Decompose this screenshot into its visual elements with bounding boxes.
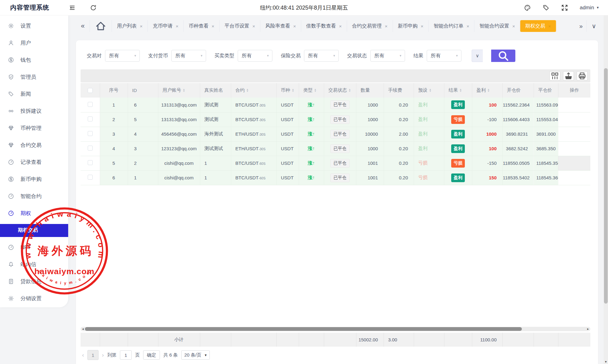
sort-icon[interactable]: ▲▼ xyxy=(183,89,185,92)
sort-icon[interactable]: ▲▼ xyxy=(246,89,249,92)
sort-icon[interactable]: ▲▼ xyxy=(349,89,351,92)
tab-close-icon[interactable]: × xyxy=(339,24,342,29)
goto-page-input[interactable] xyxy=(120,350,132,360)
tag-icon[interactable] xyxy=(543,4,549,11)
more-filters-chevron-icon[interactable]: ∨ xyxy=(472,50,483,62)
column-header-account[interactable]: 用户账号▲▼ xyxy=(158,83,200,98)
sidebar-item[interactable]: 币种管理 xyxy=(0,120,68,137)
cell-type: 涨↑ xyxy=(299,141,324,156)
horizontal-scrollbar-thumb[interactable] xyxy=(85,327,522,331)
sidebar-item[interactable]: 贷款信息 xyxy=(0,273,68,290)
sidebar-subitem-option-trade[interactable]: 期权交易 xyxy=(0,222,68,239)
sidebar-item[interactable]: 新币申购 xyxy=(0,171,68,188)
sort-icon[interactable]: ▲▼ xyxy=(314,89,317,92)
select-all-checkbox[interactable] xyxy=(88,88,93,93)
tab-item[interactable]: 充币申请× xyxy=(148,20,184,32)
print-button[interactable] xyxy=(577,71,588,81)
scroll-left-arrow-icon[interactable]: ◄ xyxy=(82,327,84,331)
filter-select[interactable]: 所有▼ xyxy=(171,50,206,62)
page-number-button[interactable]: 1 xyxy=(87,350,99,360)
sidebar-item[interactable]: 记录查看 xyxy=(0,154,68,171)
column-header-result[interactable]: 结果▲▼ xyxy=(444,83,472,98)
row-checkbox[interactable] xyxy=(88,175,93,180)
column-header-status[interactable]: 交易状态▲▼ xyxy=(324,83,356,98)
tab-close-icon[interactable]: × xyxy=(253,24,255,29)
tab-close-icon[interactable]: × xyxy=(548,24,551,29)
confirm-button[interactable]: 确定 xyxy=(143,350,160,360)
tab-item[interactable]: 风险率查看× xyxy=(260,20,301,32)
theme-palette-icon[interactable] xyxy=(524,4,531,11)
sidebar-item[interactable]: 期权 xyxy=(0,205,68,222)
tab-close-icon[interactable]: × xyxy=(421,24,424,29)
fullscreen-icon[interactable] xyxy=(561,4,568,11)
filter-select[interactable]: 所有▼ xyxy=(105,50,140,62)
tab-close-icon[interactable]: × xyxy=(212,24,214,29)
tab-close-icon[interactable]: × xyxy=(512,24,515,29)
scroll-right-arrow-icon[interactable]: ► xyxy=(587,327,589,331)
tab-item[interactable]: 新币申购× xyxy=(393,20,429,32)
sort-icon[interactable]: ▲▼ xyxy=(487,89,490,92)
next-page-button[interactable]: › xyxy=(102,352,104,358)
home-tab[interactable] xyxy=(90,20,112,32)
column-header-contract[interactable]: 合约▲▼ xyxy=(231,83,276,98)
sidebar-item[interactable]: 管理员 xyxy=(0,68,68,86)
sidebar-item[interactable]: 钱包 xyxy=(0,51,68,68)
tabs-menu-chevron-icon[interactable]: ∨ xyxy=(588,20,600,32)
sidebar-item[interactable]: 站内信 xyxy=(0,256,68,273)
filter-select[interactable]: 所有▼ xyxy=(370,50,405,62)
sort-icon[interactable]: ▲▼ xyxy=(460,89,462,92)
sidebar-item[interactable]: 新闻 xyxy=(0,86,68,103)
tab-item[interactable]: 用户列表× xyxy=(112,20,148,32)
tab-close-icon[interactable]: × xyxy=(385,24,388,29)
horizontal-scrollbar[interactable]: ◄ ► xyxy=(81,327,590,331)
column-header-type[interactable]: 类型▲▼ xyxy=(299,83,324,98)
tab-close-icon[interactable]: × xyxy=(176,24,178,29)
sidebar-item[interactable]: 合约交易 xyxy=(0,137,68,154)
tab-item[interactable]: 倍数手数查看× xyxy=(301,20,347,32)
filter-select[interactable]: 所有▼ xyxy=(427,50,461,62)
app-root: 内容管理系统 纽约:00:48:41 2025年8月1日星期五 admin ▼ xyxy=(0,0,608,364)
refresh-icon[interactable] xyxy=(90,4,97,11)
page-size-value: 20 条/页 xyxy=(184,352,201,358)
tabs-scroll-left-icon[interactable]: « xyxy=(76,20,90,32)
tab-item[interactable]: 币种查看× xyxy=(184,20,220,32)
column-header-preset[interactable]: 预设▲▼ xyxy=(414,83,444,98)
columns-config-button[interactable] xyxy=(549,71,560,81)
tab-close-icon[interactable]: × xyxy=(466,24,469,29)
search-button[interactable] xyxy=(491,50,515,62)
sidebar-subitem-active-bar[interactable]: 期权交易 xyxy=(0,224,68,237)
sidebar-item[interactable]: 用户 xyxy=(0,34,68,51)
filter-select[interactable]: 所有▼ xyxy=(238,50,272,62)
tab-item[interactable]: 智能合约订单× xyxy=(429,20,474,32)
sidebar-item[interactable]: 投拆建议 xyxy=(0,103,68,120)
tab-item[interactable]: 平台币设置× xyxy=(220,20,261,32)
tab-close-icon[interactable]: × xyxy=(293,24,296,29)
vertical-scrollbar-thumb[interactable] xyxy=(604,68,608,304)
tab-item[interactable]: 合约交易管理× xyxy=(347,20,393,32)
collapse-menu-icon[interactable] xyxy=(69,4,76,11)
sidebar-item[interactable]: 设置 xyxy=(0,17,68,34)
export-button[interactable] xyxy=(563,71,574,81)
sort-icon[interactable]: ▲▼ xyxy=(292,89,294,92)
row-checkbox[interactable] xyxy=(88,160,93,165)
sidebar-item[interactable]: 分销设置 xyxy=(0,290,68,307)
tab-item[interactable]: 智能合约设置× xyxy=(474,20,520,32)
prev-page-button[interactable]: ‹ xyxy=(82,352,84,358)
column-header-close: 平仓价 xyxy=(534,83,558,98)
row-checkbox[interactable] xyxy=(88,116,93,121)
sort-icon[interactable]: ▲▼ xyxy=(429,89,432,92)
sidebar-item[interactable]: 智能合约 xyxy=(0,188,68,205)
column-header-profit[interactable]: 盈利▲▼ xyxy=(472,83,502,98)
sidebar-item[interactable]: NFT xyxy=(0,239,68,256)
row-checkbox[interactable] xyxy=(88,102,93,107)
tab-item[interactable]: 期权交易× xyxy=(520,20,556,32)
row-checkbox[interactable] xyxy=(88,131,93,136)
vertical-scrollbar[interactable]: ▼ xyxy=(604,15,608,364)
page-size-select[interactable]: 20 条/页 ▼ xyxy=(181,350,210,360)
column-header-coin[interactable]: 币种▲▼ xyxy=(276,83,299,98)
row-checkbox[interactable] xyxy=(88,146,93,151)
filter-select[interactable]: 所有▼ xyxy=(304,50,339,62)
tab-close-icon[interactable]: × xyxy=(140,24,143,29)
tabs-scroll-right-icon[interactable]: » xyxy=(575,20,587,32)
user-menu[interactable]: admin ▼ xyxy=(580,5,599,11)
